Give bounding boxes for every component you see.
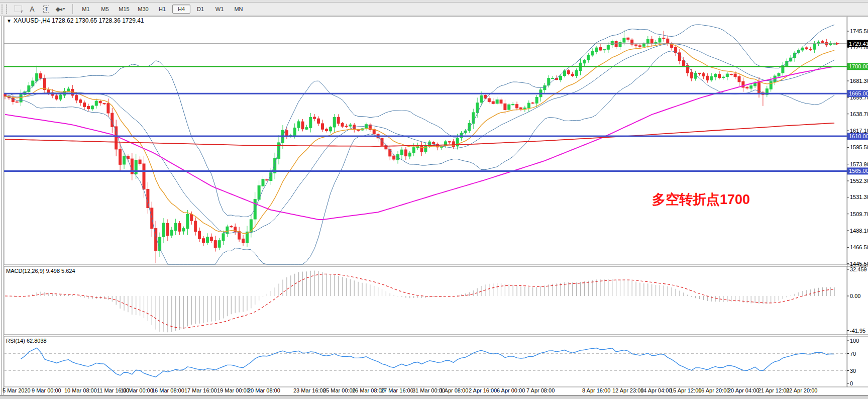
crosshair-grid-icon[interactable]	[12, 4, 25, 15]
shapes-icon[interactable]: ◆◂▾	[54, 4, 67, 15]
time-label: 21 Apr 12:00	[758, 387, 789, 393]
time-label: 16 Mar 08:00	[152, 387, 184, 393]
timeframe-button-m30[interactable]: M30	[134, 5, 152, 14]
timeframe-button-m15[interactable]: M15	[115, 5, 133, 14]
time-label: 20 Mar 08:00	[248, 387, 280, 393]
price-tick-label: 1445.50	[850, 261, 868, 267]
rsi-tick-label: 100	[850, 338, 859, 344]
rsi-tick-label: 30	[850, 368, 856, 374]
time-label: 27 Mar 16:00	[381, 387, 413, 393]
time-label: 1 Apr 08:00	[440, 387, 468, 393]
timeframe-button-d1[interactable]: D1	[191, 5, 209, 14]
text-label-icon[interactable]: A	[26, 4, 39, 15]
time-label: 12 Apr 23:00	[612, 387, 643, 393]
price-badge-label: 1665.00	[849, 90, 868, 96]
price-badge-label: 1610.00	[849, 133, 868, 139]
chart-canvas[interactable]: 1745.501724.501681.301659.701638.701617.…	[0, 15, 868, 399]
mt4-window: AT◆◂▾ M1M5M15M30H1H4D1W1MN 1745.501724.5…	[0, 0, 868, 399]
text-t-glyph: T	[43, 6, 50, 13]
time-label: 19 Mar 00:00	[217, 387, 250, 393]
rsi-label: RSI(14) 62.8038	[6, 338, 47, 344]
time-label: 10 Mar 08:00	[64, 387, 97, 393]
toolbar-drag-handle[interactable]	[2, 5, 7, 14]
time-label: 16 Apr 20:00	[698, 387, 729, 393]
crosshair-grid-glyph	[15, 6, 22, 12]
price-tick-label: 1509.70	[850, 211, 868, 217]
time-label: 22 Apr 20:00	[786, 387, 817, 393]
time-label: 25 Mar 00:00	[323, 387, 356, 393]
price-badge-label: 1700.00	[849, 63, 868, 69]
price-tick-label: 1466.50	[850, 244, 868, 250]
price-badge-label: 1729.41	[849, 41, 868, 47]
time-label: 7 Apr 08:00	[526, 387, 555, 393]
timeframe-button-h4[interactable]: H4	[172, 5, 190, 14]
timeframe-buttons: M1M5M15M30H1H4D1W1MN	[76, 5, 248, 14]
price-tick-label: 1531.30	[850, 194, 868, 200]
macd-tick-label: 32.459	[850, 266, 867, 272]
annotation-text: 多空转折点1700	[652, 192, 750, 207]
price-tick-label: 1595.50	[850, 144, 868, 150]
price-tick-label: 1745.50	[850, 28, 868, 34]
time-label: 8 Apr 16:00	[582, 387, 610, 393]
time-label: 23 Mar 16:00	[293, 387, 326, 393]
time-label: 26 Mar 08:00	[352, 387, 385, 393]
time-axis[interactable]: 5 Mar 20209 Mar 00:0010 Mar 08:0011 Mar …	[3, 387, 817, 393]
rsi-tick-label: 70	[850, 351, 856, 357]
price-tick-label: 1638.70	[850, 111, 868, 117]
time-label: 14 Apr 04:00	[640, 387, 672, 393]
chevron-down-icon: ▾	[63, 7, 65, 11]
macd-tick-label: 0.00	[850, 293, 860, 299]
time-label: 2 Apr 16:00	[469, 387, 497, 393]
text-box-icon[interactable]: T	[40, 4, 53, 15]
shapes-glyph: ◆◂	[56, 6, 61, 13]
price-badge-label: 1565.00	[849, 168, 868, 174]
time-label: 17 Mar 16:00	[184, 387, 217, 393]
toolbar-separator	[72, 4, 73, 14]
panel-frame	[4, 266, 847, 335]
timeframe-button-h1[interactable]: H1	[153, 5, 171, 14]
price-tick-label: 1573.90	[850, 161, 868, 167]
text-a-glyph: A	[30, 5, 34, 13]
price-tick-label: 1681.30	[850, 78, 868, 84]
rsi-tick-label: 0	[850, 380, 853, 386]
timeframe-button-m1[interactable]: M1	[77, 5, 95, 14]
time-label: 5 Mar 2020	[3, 387, 31, 393]
symbol-collapse-icon[interactable]: ▼	[7, 18, 12, 24]
toolbar: AT◆◂▾ M1M5M15M30H1H4D1W1MN	[0, 3, 868, 15]
time-label: 9 Mar 00:00	[32, 387, 61, 393]
macd-label: MACD(12,26,9) 9.498 5.624	[6, 268, 75, 274]
symbol-ohlc-header: XAUUSD-,H4 1728.62 1730.65 1728.36 1729.…	[14, 17, 144, 24]
timeframe-button-m5[interactable]: M5	[96, 5, 114, 14]
macd-tick-label: -41.95	[850, 328, 865, 334]
timeframe-button-w1[interactable]: W1	[210, 5, 229, 14]
panel-frame	[4, 17, 847, 265]
time-label: 20 Apr 04:00	[728, 387, 759, 393]
price-tick-label: 1488.10	[850, 228, 868, 234]
time-label: 6 Apr 00:00	[497, 387, 525, 393]
timeframe-button-mn[interactable]: MN	[230, 5, 248, 14]
time-label: 13 Mar 00:00	[121, 387, 153, 393]
price-tick-label: 1552.30	[850, 178, 868, 184]
time-label: 15 Apr 12:00	[670, 387, 701, 393]
drawing-tools: AT◆◂▾	[11, 4, 67, 15]
panel-frame	[4, 336, 847, 387]
